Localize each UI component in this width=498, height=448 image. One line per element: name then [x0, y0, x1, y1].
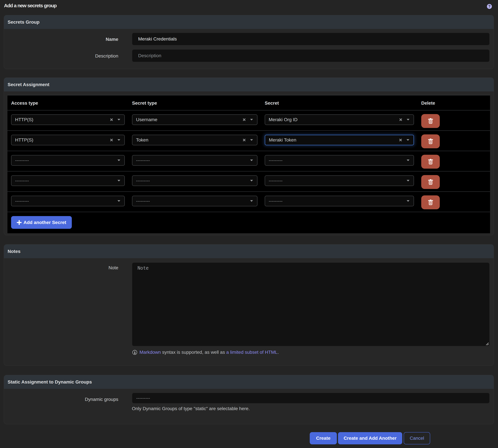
chevron-down-icon: [117, 200, 120, 202]
chevron-down-icon: [117, 160, 120, 161]
clear-icon[interactable]: [110, 138, 113, 142]
note-textarea[interactable]: [132, 262, 490, 346]
secret-select[interactable]: ---------: [265, 176, 414, 186]
secret-assignment-row: HTTP(S)TokenMeraki Token: [7, 131, 490, 151]
delete-row-button[interactable]: [421, 134, 440, 148]
dynamic-groups-select[interactable]: ---------: [132, 393, 490, 403]
secret-assignment-row: ---------------------------: [7, 151, 490, 171]
clear-icon[interactable]: [399, 138, 402, 142]
markdown-link[interactable]: Markdown: [139, 350, 161, 355]
note-label: Note: [4, 262, 118, 271]
dynamic-groups-title: Static Assignment to Dynamic Groups: [8, 379, 92, 385]
chevron-down-icon: [250, 180, 253, 182]
select-value: Meraki Token: [269, 137, 410, 143]
select-value: ---------: [15, 178, 121, 183]
clear-icon[interactable]: [243, 118, 246, 121]
form-actions: Create Create and Add Another Cancel: [310, 432, 430, 444]
column-header-delete: Delete: [418, 95, 490, 110]
access-type-select[interactable]: ---------: [11, 155, 125, 166]
create-and-add-another-button[interactable]: Create and Add Another: [338, 432, 402, 444]
secrets-group-panel: Secrets Group Name Description: [4, 15, 494, 69]
secret-select[interactable]: Meraki Token: [265, 135, 414, 145]
secret-assignment-panel: Secret Assignment Access type Secret typ…: [4, 78, 494, 235]
chevron-down-icon: [117, 139, 120, 141]
notes-header: Notes: [4, 244, 494, 258]
access-type-select[interactable]: HTTP(S): [11, 135, 125, 145]
trash-icon: [428, 200, 433, 205]
access-type-select[interactable]: ---------: [11, 176, 125, 186]
trash-icon: [428, 159, 433, 165]
name-input[interactable]: [132, 32, 490, 46]
secret-type-select[interactable]: ---------: [132, 176, 257, 186]
secret-assignment-row: ---------------------------: [7, 171, 490, 192]
select-value: ---------: [136, 178, 253, 183]
delete-row-button[interactable]: [421, 195, 440, 209]
dynamic-groups-header: Static Assignment to Dynamic Groups: [4, 375, 494, 389]
chevron-down-icon: [407, 180, 410, 182]
trash-icon: [428, 118, 433, 124]
notes-panel: Notes Note Markdown syntax is supported,…: [4, 244, 494, 366]
delete-row-button[interactable]: [421, 114, 440, 128]
clear-icon[interactable]: [399, 118, 402, 121]
chevron-down-icon: [407, 160, 410, 161]
add-another-secret-button[interactable]: Add another Secret: [11, 216, 72, 229]
select-value: ---------: [136, 158, 253, 163]
delete-row-button[interactable]: [421, 175, 440, 189]
name-label: Name: [4, 32, 118, 42]
add-button-label: Add another Secret: [23, 220, 66, 225]
access-type-select[interactable]: HTTP(S): [11, 114, 125, 125]
markdown-help-text: Markdown syntax is supported, as well as…: [139, 349, 279, 356]
secret-type-select[interactable]: Token: [132, 135, 257, 145]
secret-select[interactable]: Meraki Org ID: [265, 114, 414, 125]
select-value: ---------: [136, 198, 253, 204]
access-type-select[interactable]: ---------: [11, 196, 125, 206]
select-value: HTTP(S): [15, 137, 121, 143]
secret-type-select[interactable]: ---------: [132, 196, 257, 206]
description-input[interactable]: [132, 49, 490, 62]
column-header-access-type: Access type: [7, 95, 128, 110]
chevron-down-icon: [250, 119, 253, 121]
chevron-down-icon: [407, 119, 410, 121]
chevron-down-icon: [250, 200, 253, 202]
markdown-help-end-text: .: [278, 350, 279, 355]
secret-assignment-header: Secret Assignment: [4, 78, 494, 91]
info-icon: [132, 350, 137, 355]
delete-row-button[interactable]: [421, 155, 440, 169]
select-value: ---------: [269, 178, 410, 183]
select-value: ---------: [15, 198, 121, 204]
chevron-down-icon: [406, 139, 410, 141]
select-value: ---------: [269, 198, 410, 204]
clear-icon[interactable]: [243, 138, 246, 142]
cancel-button[interactable]: Cancel: [404, 432, 430, 444]
secret-type-select[interactable]: Username: [132, 114, 257, 125]
secret-select[interactable]: ---------: [265, 155, 414, 166]
create-button[interactable]: Create: [310, 432, 337, 444]
help-button[interactable]: ?: [487, 4, 492, 9]
trash-icon: [428, 139, 433, 144]
plus-icon: [17, 220, 22, 225]
chevron-down-icon: [117, 180, 120, 182]
select-value: HTTP(S): [15, 117, 121, 122]
dynamic-groups-helper-text: Only Dynamic Groups of type "static" are…: [132, 406, 490, 411]
select-value: Token: [136, 137, 253, 143]
description-label: Description: [4, 49, 118, 59]
trash-icon: [428, 179, 433, 185]
secret-select[interactable]: ---------: [265, 196, 414, 206]
chevron-down-icon: [407, 200, 410, 202]
page-title: Add a new secrets group: [4, 3, 57, 8]
secrets-group-header: Secrets Group: [4, 15, 494, 29]
dynamic-groups-select-placeholder: ---------: [136, 395, 150, 401]
clear-icon[interactable]: [110, 118, 113, 121]
column-header-secret-type: Secret type: [128, 95, 261, 110]
secret-assignment-table: Access type Secret type Secret Delete HT…: [7, 95, 490, 233]
secret-assignment-row: HTTP(S)UsernameMeraki Org ID: [7, 110, 490, 131]
chevron-down-icon: [250, 139, 253, 141]
select-value: Username: [136, 117, 253, 122]
column-header-secret: Secret: [261, 95, 418, 110]
limited-html-link[interactable]: a limited subset of HTML: [226, 350, 278, 355]
dynamic-groups-panel: Static Assignment to Dynamic Groups Dyna…: [4, 375, 494, 424]
secret-assignment-row: ---------------------------: [7, 192, 490, 212]
resize-grip-icon[interactable]: [486, 342, 489, 346]
question-mark-icon: ?: [488, 4, 491, 9]
secret-type-select[interactable]: ---------: [132, 155, 257, 166]
